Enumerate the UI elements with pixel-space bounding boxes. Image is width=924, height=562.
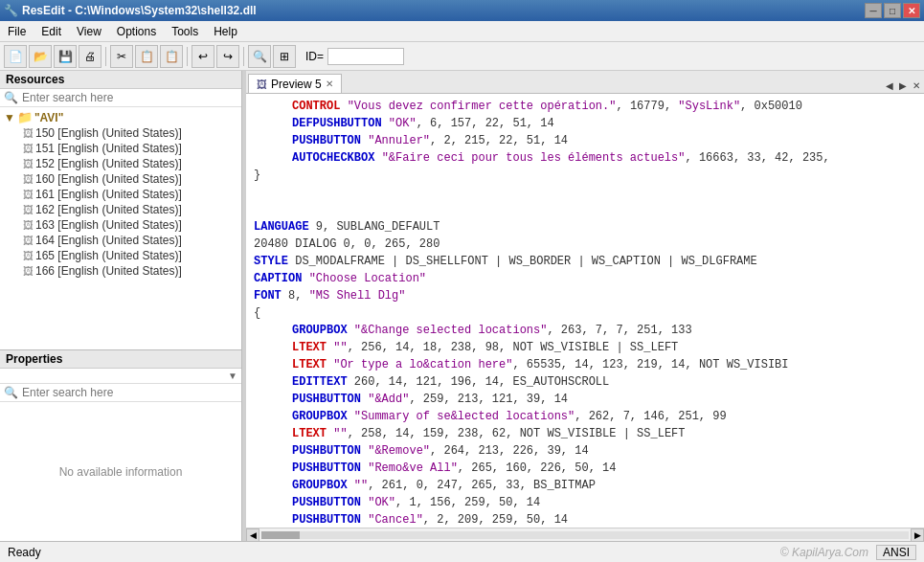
code-line: PUSHBUTTON "Annuler", 2, 215, 22, 51, 14 <box>254 132 916 149</box>
dropdown-arrow-icon[interactable]: ▼ <box>228 371 237 381</box>
tab-next-button[interactable]: ▶ <box>897 80 909 91</box>
list-item[interactable]: 🖼 160 [English (United States)] <box>0 171 241 187</box>
new-button[interactable]: 📄 <box>4 45 27 68</box>
code-line: PUSHBUTTON "Cancel", 2, 209, 259, 50, 14 <box>254 511 916 528</box>
copy-button[interactable]: 📋 <box>135 45 158 68</box>
file-icon: 🖼 <box>23 143 34 154</box>
left-panel: Resources 🔍 ▼ 📁 "AVI" 🖼 150 [English (Un… <box>0 71 242 541</box>
redo-button[interactable]: ↪ <box>216 45 239 68</box>
tab-prev-button[interactable]: ◀ <box>884 80 895 91</box>
close-button[interactable]: ✕ <box>903 3 920 18</box>
file-icon: 🖼 <box>23 173 34 185</box>
resources-search-input[interactable] <box>22 91 237 104</box>
watermark-label: © KapilArya.Com <box>780 546 868 559</box>
properties-search-input[interactable] <box>22 386 237 399</box>
list-item[interactable]: 🖼 165 [English (United States)] <box>0 248 241 263</box>
file-icon: 🖼 <box>23 250 34 261</box>
app-icon: 🔧 <box>4 4 18 17</box>
code-line: PUSHBUTTON "&Add", 259, 213, 121, 39, 14 <box>254 391 916 408</box>
code-line: CAPTION "Choose Location" <box>254 270 916 287</box>
title-controls: ─ □ ✕ <box>865 3 920 18</box>
properties-search: 🔍 <box>0 384 241 402</box>
file-icon: 🖼 <box>23 235 34 246</box>
menu-view[interactable]: View <box>69 23 109 40</box>
sep1 <box>105 47 106 66</box>
code-line: PUSHBUTTON "Remo&ve All", 265, 160, 226,… <box>254 460 916 477</box>
code-line: STYLE DS_MODALFRAME | DS_SHELLFONT | WS_… <box>254 253 916 270</box>
scroll-thumb[interactable] <box>261 531 300 539</box>
minimize-button[interactable]: ─ <box>865 3 882 18</box>
code-line: LANGUAGE 9, SUBLANG_DEFAULT <box>254 218 916 236</box>
scroll-track[interactable] <box>261 531 909 539</box>
resources-search: 🔍 <box>0 89 241 107</box>
open-button[interactable]: 📂 <box>29 45 52 68</box>
properties-panel: Properties ▼ 🔍 No available information <box>0 349 241 541</box>
menu-options[interactable]: Options <box>109 23 164 40</box>
search-toolbar-button[interactable]: 🔍 <box>248 45 271 68</box>
properties-content: No available information <box>0 402 241 541</box>
folder-icon: 📁 <box>17 110 33 124</box>
tree-root: ▼ 📁 "AVI" 🖼 150 [English (United States)… <box>0 107 241 281</box>
code-line: FONT 8, "MS Shell Dlg" <box>254 287 916 304</box>
list-item[interactable]: 🖼 166 [English (United States)] <box>0 263 241 279</box>
file-icon: 🖼 <box>23 158 34 169</box>
horizontal-scrollbar[interactable]: ◀ ▶ <box>246 528 924 541</box>
tab-close-button[interactable]: ✕ <box>326 79 333 89</box>
code-line: LTEXT "", 258, 14, 159, 238, 62, NOT WS_… <box>254 425 916 442</box>
tab-close-all-button[interactable]: ✕ <box>911 80 922 91</box>
list-item[interactable]: 🖼 152 [English (United States)] <box>0 156 241 171</box>
tree-folder-avi[interactable]: ▼ 📁 "AVI" <box>0 109 241 125</box>
title-text: 🔧 ResEdit - C:\Windows\System32\shell32.… <box>4 4 257 17</box>
right-panel: 🖼 Preview 5 ✕ ◀ ▶ ✕ CONTROL "Vous devez … <box>246 71 924 541</box>
list-item[interactable]: 🖼 151 [English (United States)] <box>0 141 241 156</box>
preview-content[interactable]: CONTROL "Vous devez confirmer cette opér… <box>246 94 924 528</box>
id-input[interactable] <box>327 48 404 65</box>
tab-icon: 🖼 <box>257 79 267 90</box>
scroll-right-button[interactable]: ▶ <box>911 528 924 542</box>
file-icon: 🖼 <box>23 204 34 215</box>
list-item[interactable]: 🖼 161 [English (United States)] <box>0 187 241 202</box>
menu-tools[interactable]: Tools <box>164 23 206 40</box>
status-label: Ready <box>8 546 41 559</box>
undo-button[interactable]: ↩ <box>192 45 214 68</box>
cut-button[interactable]: ✂ <box>110 45 133 68</box>
file-icon: 🖼 <box>23 265 34 277</box>
file-icon: 🖼 <box>23 127 34 139</box>
list-item[interactable]: 🖼 150 [English (United States)] <box>0 125 241 141</box>
menu-file[interactable]: File <box>0 23 34 40</box>
code-line <box>254 184 916 201</box>
title-label: ResEdit - C:\Windows\System32\shell32.dl… <box>22 4 257 17</box>
no-info-label: No available information <box>59 465 183 479</box>
maximize-button[interactable]: □ <box>884 3 901 18</box>
toolbar: 📄 📂 💾 🖨 ✂ 📋 📋 ↩ ↪ 🔍 ⊞ ID= <box>0 42 924 71</box>
code-line: DEFPUSHBUTTON "OK", 6, 157, 22, 51, 14 <box>254 115 916 132</box>
list-item[interactable]: 🖼 164 [English (United States)] <box>0 233 241 248</box>
preview-tab[interactable]: 🖼 Preview 5 ✕ <box>248 74 342 93</box>
menu-edit[interactable]: Edit <box>34 23 69 40</box>
code-line: GROUPBOX "", 261, 0, 247, 265, 33, BS_BI… <box>254 477 916 494</box>
menu-help[interactable]: Help <box>206 23 245 40</box>
status-bar: Ready © KapilArya.Com ANSI <box>0 541 924 562</box>
sep3 <box>243 47 244 66</box>
properties-dropdown: ▼ <box>0 369 241 384</box>
code-line: { <box>254 304 916 322</box>
list-item[interactable]: 🖼 162 [English (United States)] <box>0 202 241 217</box>
save-button[interactable]: 💾 <box>54 45 77 68</box>
resources-header: Resources <box>0 71 241 89</box>
code-line: GROUPBOX "&Change selected locations", 2… <box>254 322 916 339</box>
paste-button[interactable]: 📋 <box>160 45 183 68</box>
code-line: AUTOCHECKBOX "&Faire ceci pour tous les … <box>254 149 916 167</box>
code-line <box>254 201 916 218</box>
main-area: Resources 🔍 ▼ 📁 "AVI" 🖼 150 [English (Un… <box>0 71 924 541</box>
encoding-label: ANSI <box>876 545 916 560</box>
folder-label: "AVI" <box>34 111 64 124</box>
grid-button[interactable]: ⊞ <box>273 45 296 68</box>
print-button[interactable]: 🖨 <box>79 45 101 68</box>
tab-nav: ◀ ▶ ✕ <box>884 80 922 93</box>
file-icon: 🖼 <box>23 189 34 200</box>
code-line: CONTROL "Vous devez confirmer cette opér… <box>254 98 916 115</box>
scroll-left-button[interactable]: ◀ <box>246 528 259 542</box>
sep2 <box>187 47 188 66</box>
list-item[interactable]: 🖼 163 [English (United States)] <box>0 217 241 233</box>
resource-tree: ▼ 📁 "AVI" 🖼 150 [English (United States)… <box>0 107 241 349</box>
